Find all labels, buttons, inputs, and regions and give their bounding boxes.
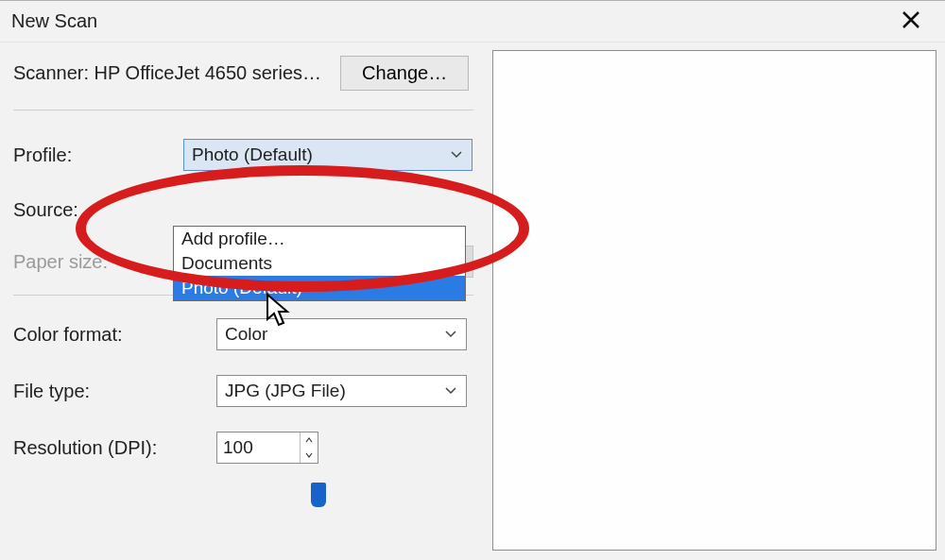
chevron-up-icon — [305, 437, 313, 443]
profile-option-add[interactable]: Add profile… — [174, 227, 465, 251]
resolution-row: Resolution (DPI): 100 — [13, 432, 473, 464]
spinner-up-button[interactable] — [301, 433, 318, 448]
preview-pane — [487, 42, 945, 560]
slider-thumb[interactable] — [311, 483, 326, 507]
profile-row: Profile: Photo (Default) — [13, 139, 473, 171]
chevron-down-icon — [451, 151, 462, 159]
chevron-down-icon — [305, 452, 313, 458]
scan-preview[interactable] — [492, 50, 936, 551]
file-type-dropdown[interactable]: JPG (JPG File) — [216, 375, 467, 407]
resolution-value[interactable]: 100 — [217, 433, 301, 463]
close-button[interactable] — [888, 1, 934, 42]
color-format-row: Color format: Color — [13, 318, 473, 350]
source-label: Source: — [13, 199, 183, 221]
color-format-dropdown[interactable]: Color — [216, 318, 467, 350]
close-icon — [902, 8, 920, 35]
paper-size-label: Paper size: — [13, 251, 172, 273]
resolution-spinner[interactable]: 100 — [216, 432, 318, 464]
profile-dropdown[interactable]: Photo (Default) — [183, 139, 472, 171]
dialog-title: New Scan — [11, 10, 888, 32]
change-scanner-button[interactable]: Change… — [340, 56, 469, 91]
profile-label: Profile: — [13, 144, 183, 166]
profile-option-photo-default[interactable]: Photo (Default) — [174, 276, 465, 300]
title-bar: New Scan — [0, 1, 945, 42]
spinner-buttons — [301, 433, 318, 463]
color-format-label: Color format: — [13, 324, 216, 346]
spinner-down-button[interactable] — [301, 448, 318, 463]
resolution-label: Resolution (DPI): — [13, 437, 216, 459]
color-format-value: Color — [225, 324, 267, 345]
source-row: Source: — [13, 199, 473, 221]
file-type-row: File type: JPG (JPG File) — [13, 375, 473, 407]
brightness-slider[interactable] — [231, 490, 420, 507]
separator — [13, 110, 473, 110]
file-type-label: File type: — [13, 381, 216, 402]
chevron-down-icon — [445, 387, 456, 395]
chevron-down-icon — [445, 331, 456, 338]
scanner-row: Scanner: HP OfficeJet 4650 series… Chang… — [13, 56, 473, 91]
profile-dropdown-value: Photo (Default) — [192, 144, 313, 165]
scanner-label: Scanner: HP OfficeJet 4650 series… — [13, 62, 321, 84]
profile-dropdown-list[interactable]: Add profile… Documents Photo (Default) — [173, 226, 466, 301]
profile-option-documents[interactable]: Documents — [174, 251, 465, 276]
dialog-body: Scanner: HP OfficeJet 4650 series… Chang… — [0, 42, 945, 560]
brightness-slider-row — [13, 490, 473, 507]
new-scan-dialog: New Scan Scanner: HP OfficeJet 4650 seri… — [0, 0, 945, 560]
file-type-value: JPG (JPG File) — [225, 381, 346, 401]
settings-pane: Scanner: HP OfficeJet 4650 series… Chang… — [0, 42, 487, 560]
